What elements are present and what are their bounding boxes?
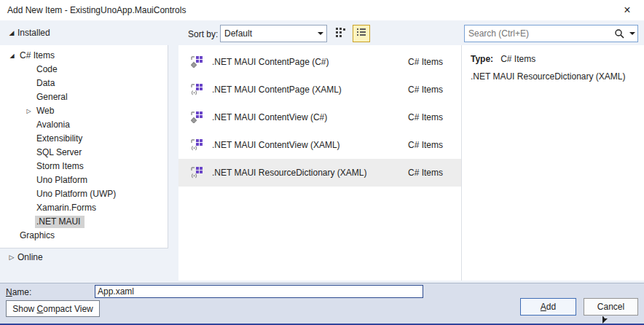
template-category: C# Items	[408, 168, 443, 178]
dialog-title: Add New Item - ExistingUnoApp.MauiContro…	[7, 5, 186, 15]
dialog-footer: Name: Show Compact View Add Cancel	[0, 283, 644, 324]
collapse-icon: ▷	[6, 254, 17, 261]
template-category: C# Items	[408, 57, 443, 67]
type-value: C# Items	[500, 54, 535, 64]
tree-item-csharp-items[interactable]: ◢ C# Items	[0, 49, 168, 63]
tree-item-code[interactable]: Code	[0, 63, 168, 77]
list-item[interactable]: .NET MAUI ContentView (C#) C# Items	[178, 103, 461, 131]
template-details-pane: Type: C# Items .NET MAUI ResourceDiction…	[462, 45, 644, 281]
expand-icon: ◢	[6, 52, 18, 59]
expand-icon: ◢	[6, 29, 17, 36]
template-list: .NET MAUI ContentPage (C#) C# Items .NET	[178, 45, 461, 281]
tree-item-extensibility[interactable]: Extensibility	[0, 132, 168, 146]
template-type-line: Type: C# Items	[471, 54, 637, 64]
chevron-down-icon	[318, 32, 323, 35]
list-item[interactable]: .NET MAUI ContentView (XAML) C# Items	[178, 131, 461, 159]
grid-view-icon	[335, 26, 347, 41]
mouse-cursor-icon	[602, 314, 609, 323]
collapse-icon[interactable]: ▷	[23, 108, 35, 114]
grid-view-button[interactable]	[332, 25, 350, 42]
name-label: Name:	[6, 287, 31, 297]
installed-label: Installed	[17, 28, 50, 38]
maui-contentview-csharp-icon	[191, 111, 203, 123]
template-name: .NET MAUI ContentPage (C#)	[212, 57, 329, 67]
tree-item-xamarin-forms[interactable]: Xamarin.Forms	[0, 201, 168, 215]
tree-item-general[interactable]: General	[0, 90, 168, 104]
list-item-selected[interactable]: .NET MAUI ResourceDictionary (XAML) C# I…	[178, 159, 461, 187]
tree-item-avalonia[interactable]: Avalonia	[0, 118, 168, 132]
sort-by-combobox[interactable]: Default	[220, 25, 327, 42]
template-name: .NET MAUI ContentView (C#)	[212, 112, 327, 122]
list-item[interactable]: .NET MAUI ContentPage (C#) C# Items	[178, 48, 461, 76]
template-name: .NET MAUI ResourceDictionary (XAML)	[212, 168, 367, 178]
template-category: C# Items	[408, 85, 443, 95]
online-label: Online	[17, 252, 43, 262]
type-label: Type:	[471, 54, 493, 64]
template-category: C# Items	[408, 140, 443, 150]
show-compact-view-button[interactable]: Show Compact View	[6, 300, 100, 317]
search-input[interactable]	[465, 28, 611, 39]
maui-contentpage-xaml-icon	[191, 84, 203, 95]
template-description: .NET MAUI ResourceDictionary (XAML)	[471, 71, 637, 82]
tree-item-web[interactable]: ▷ Web	[0, 104, 168, 118]
tree-item-sql-server[interactable]: SQL Server	[0, 146, 168, 160]
list-view-icon	[356, 26, 367, 41]
maui-contentpage-csharp-icon	[191, 56, 203, 68]
tree-item-uno-platform-uwp[interactable]: Uno Platform (UWP)	[0, 187, 168, 201]
tree-item-uno-platform[interactable]: Uno Platform	[0, 173, 168, 187]
search-box	[464, 25, 638, 42]
chevron-down-icon	[629, 32, 635, 35]
tree-item-storm-items[interactable]: Storm Items	[0, 160, 168, 173]
maui-contentview-xaml-icon	[191, 139, 203, 151]
search-dropdown-button[interactable]	[627, 26, 637, 42]
selected-tree-item: .NET MAUI	[35, 216, 85, 228]
tree-item-dotnet-maui[interactable]: .NET MAUI	[0, 215, 168, 229]
close-icon[interactable]: ×	[619, 2, 635, 18]
sort-by-value: Default	[221, 28, 314, 39]
sidebar-group-installed[interactable]: ◢ Installed	[6, 28, 50, 38]
add-button[interactable]: Add	[520, 298, 576, 316]
list-item[interactable]: .NET MAUI ContentPage (XAML) C# Items	[178, 76, 461, 103]
template-category-tree: ◢ C# Items Code Data General ▷ Web Avalo…	[0, 45, 168, 248]
template-name: .NET MAUI ContentPage (XAML)	[212, 85, 342, 95]
tree-item-data[interactable]: Data	[0, 77, 168, 90]
name-input[interactable]	[95, 285, 423, 298]
sidebar-group-online[interactable]: ▷ Online	[6, 252, 43, 262]
combo-dropdown-button[interactable]	[314, 26, 326, 42]
cancel-button[interactable]: Cancel	[584, 298, 638, 316]
search-icon[interactable]	[611, 28, 627, 39]
list-view-button[interactable]	[353, 25, 370, 42]
sort-by-label: Sort by:	[188, 29, 218, 39]
template-category: C# Items	[408, 112, 443, 122]
maui-resourcedictionary-xaml-icon	[191, 167, 203, 179]
title-bar: Add New Item - ExistingUnoApp.MauiContro…	[0, 0, 644, 20]
add-new-item-dialog: Add New Item - ExistingUnoApp.MauiContro…	[0, 0, 644, 325]
template-name: .NET MAUI ContentView (XAML)	[212, 140, 340, 150]
tree-item-graphics[interactable]: Graphics	[0, 229, 168, 243]
